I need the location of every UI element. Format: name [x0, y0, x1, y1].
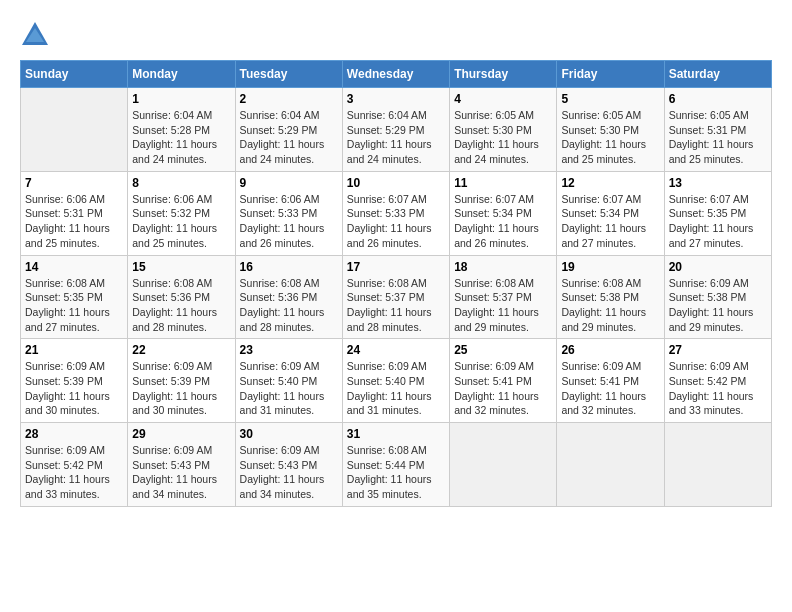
calendar-cell: 27Sunrise: 6:09 AMSunset: 5:42 PMDayligh… [664, 339, 771, 423]
logo [20, 20, 54, 50]
day-info: Sunrise: 6:09 AMSunset: 5:40 PMDaylight:… [240, 359, 338, 418]
day-number: 21 [25, 343, 123, 357]
calendar-cell: 14Sunrise: 6:08 AMSunset: 5:35 PMDayligh… [21, 255, 128, 339]
calendar-cell: 20Sunrise: 6:09 AMSunset: 5:38 PMDayligh… [664, 255, 771, 339]
calendar-cell: 2Sunrise: 6:04 AMSunset: 5:29 PMDaylight… [235, 88, 342, 172]
calendar-cell: 13Sunrise: 6:07 AMSunset: 5:35 PMDayligh… [664, 171, 771, 255]
calendar-cell: 21Sunrise: 6:09 AMSunset: 5:39 PMDayligh… [21, 339, 128, 423]
calendar-cell: 4Sunrise: 6:05 AMSunset: 5:30 PMDaylight… [450, 88, 557, 172]
calendar-cell [450, 423, 557, 507]
calendar-cell: 11Sunrise: 6:07 AMSunset: 5:34 PMDayligh… [450, 171, 557, 255]
day-info: Sunrise: 6:08 AMSunset: 5:36 PMDaylight:… [240, 276, 338, 335]
calendar-cell: 17Sunrise: 6:08 AMSunset: 5:37 PMDayligh… [342, 255, 449, 339]
day-info: Sunrise: 6:08 AMSunset: 5:37 PMDaylight:… [454, 276, 552, 335]
day-number: 7 [25, 176, 123, 190]
day-info: Sunrise: 6:09 AMSunset: 5:43 PMDaylight:… [240, 443, 338, 502]
day-info: Sunrise: 6:04 AMSunset: 5:29 PMDaylight:… [240, 108, 338, 167]
day-number: 5 [561, 92, 659, 106]
day-info: Sunrise: 6:04 AMSunset: 5:29 PMDaylight:… [347, 108, 445, 167]
day-number: 20 [669, 260, 767, 274]
header-day: Sunday [21, 61, 128, 88]
day-number: 1 [132, 92, 230, 106]
header-day: Friday [557, 61, 664, 88]
day-info: Sunrise: 6:09 AMSunset: 5:43 PMDaylight:… [132, 443, 230, 502]
calendar-week-row: 21Sunrise: 6:09 AMSunset: 5:39 PMDayligh… [21, 339, 772, 423]
day-info: Sunrise: 6:08 AMSunset: 5:35 PMDaylight:… [25, 276, 123, 335]
calendar-cell: 19Sunrise: 6:08 AMSunset: 5:38 PMDayligh… [557, 255, 664, 339]
day-number: 27 [669, 343, 767, 357]
day-info: Sunrise: 6:09 AMSunset: 5:42 PMDaylight:… [25, 443, 123, 502]
day-info: Sunrise: 6:06 AMSunset: 5:32 PMDaylight:… [132, 192, 230, 251]
day-number: 3 [347, 92, 445, 106]
calendar-cell: 7Sunrise: 6:06 AMSunset: 5:31 PMDaylight… [21, 171, 128, 255]
calendar-cell: 3Sunrise: 6:04 AMSunset: 5:29 PMDaylight… [342, 88, 449, 172]
day-number: 4 [454, 92, 552, 106]
day-info: Sunrise: 6:04 AMSunset: 5:28 PMDaylight:… [132, 108, 230, 167]
day-info: Sunrise: 6:05 AMSunset: 5:30 PMDaylight:… [561, 108, 659, 167]
header-day: Saturday [664, 61, 771, 88]
header-day: Monday [128, 61, 235, 88]
calendar-cell: 10Sunrise: 6:07 AMSunset: 5:33 PMDayligh… [342, 171, 449, 255]
day-info: Sunrise: 6:09 AMSunset: 5:40 PMDaylight:… [347, 359, 445, 418]
calendar-cell: 30Sunrise: 6:09 AMSunset: 5:43 PMDayligh… [235, 423, 342, 507]
calendar-cell [557, 423, 664, 507]
day-info: Sunrise: 6:06 AMSunset: 5:31 PMDaylight:… [25, 192, 123, 251]
day-info: Sunrise: 6:06 AMSunset: 5:33 PMDaylight:… [240, 192, 338, 251]
calendar-cell: 26Sunrise: 6:09 AMSunset: 5:41 PMDayligh… [557, 339, 664, 423]
calendar-cell: 18Sunrise: 6:08 AMSunset: 5:37 PMDayligh… [450, 255, 557, 339]
calendar-cell [664, 423, 771, 507]
day-number: 2 [240, 92, 338, 106]
logo-icon [20, 20, 50, 50]
day-info: Sunrise: 6:07 AMSunset: 5:34 PMDaylight:… [454, 192, 552, 251]
day-info: Sunrise: 6:09 AMSunset: 5:41 PMDaylight:… [454, 359, 552, 418]
calendar-cell: 12Sunrise: 6:07 AMSunset: 5:34 PMDayligh… [557, 171, 664, 255]
calendar-cell: 1Sunrise: 6:04 AMSunset: 5:28 PMDaylight… [128, 88, 235, 172]
calendar-cell: 31Sunrise: 6:08 AMSunset: 5:44 PMDayligh… [342, 423, 449, 507]
day-number: 25 [454, 343, 552, 357]
calendar-cell [21, 88, 128, 172]
calendar-body: 1Sunrise: 6:04 AMSunset: 5:28 PMDaylight… [21, 88, 772, 507]
page-header [20, 20, 772, 50]
day-number: 31 [347, 427, 445, 441]
day-info: Sunrise: 6:05 AMSunset: 5:31 PMDaylight:… [669, 108, 767, 167]
day-info: Sunrise: 6:09 AMSunset: 5:41 PMDaylight:… [561, 359, 659, 418]
calendar-cell: 28Sunrise: 6:09 AMSunset: 5:42 PMDayligh… [21, 423, 128, 507]
calendar-cell: 6Sunrise: 6:05 AMSunset: 5:31 PMDaylight… [664, 88, 771, 172]
day-info: Sunrise: 6:08 AMSunset: 5:36 PMDaylight:… [132, 276, 230, 335]
day-number: 12 [561, 176, 659, 190]
calendar-cell: 29Sunrise: 6:09 AMSunset: 5:43 PMDayligh… [128, 423, 235, 507]
day-number: 17 [347, 260, 445, 274]
calendar-cell: 15Sunrise: 6:08 AMSunset: 5:36 PMDayligh… [128, 255, 235, 339]
day-info: Sunrise: 6:09 AMSunset: 5:38 PMDaylight:… [669, 276, 767, 335]
header-day: Tuesday [235, 61, 342, 88]
day-number: 24 [347, 343, 445, 357]
calendar-header: SundayMondayTuesdayWednesdayThursdayFrid… [21, 61, 772, 88]
day-info: Sunrise: 6:08 AMSunset: 5:38 PMDaylight:… [561, 276, 659, 335]
calendar-cell: 8Sunrise: 6:06 AMSunset: 5:32 PMDaylight… [128, 171, 235, 255]
calendar-week-row: 1Sunrise: 6:04 AMSunset: 5:28 PMDaylight… [21, 88, 772, 172]
calendar-cell: 9Sunrise: 6:06 AMSunset: 5:33 PMDaylight… [235, 171, 342, 255]
day-number: 23 [240, 343, 338, 357]
header-row: SundayMondayTuesdayWednesdayThursdayFrid… [21, 61, 772, 88]
calendar-table: SundayMondayTuesdayWednesdayThursdayFrid… [20, 60, 772, 507]
calendar-cell: 24Sunrise: 6:09 AMSunset: 5:40 PMDayligh… [342, 339, 449, 423]
day-number: 15 [132, 260, 230, 274]
day-info: Sunrise: 6:09 AMSunset: 5:39 PMDaylight:… [25, 359, 123, 418]
day-number: 26 [561, 343, 659, 357]
day-number: 28 [25, 427, 123, 441]
header-day: Thursday [450, 61, 557, 88]
day-number: 6 [669, 92, 767, 106]
day-info: Sunrise: 6:07 AMSunset: 5:33 PMDaylight:… [347, 192, 445, 251]
day-number: 9 [240, 176, 338, 190]
day-number: 11 [454, 176, 552, 190]
calendar-cell: 22Sunrise: 6:09 AMSunset: 5:39 PMDayligh… [128, 339, 235, 423]
calendar-week-row: 28Sunrise: 6:09 AMSunset: 5:42 PMDayligh… [21, 423, 772, 507]
calendar-cell: 25Sunrise: 6:09 AMSunset: 5:41 PMDayligh… [450, 339, 557, 423]
day-info: Sunrise: 6:05 AMSunset: 5:30 PMDaylight:… [454, 108, 552, 167]
day-info: Sunrise: 6:07 AMSunset: 5:34 PMDaylight:… [561, 192, 659, 251]
day-number: 18 [454, 260, 552, 274]
calendar-cell: 16Sunrise: 6:08 AMSunset: 5:36 PMDayligh… [235, 255, 342, 339]
day-number: 8 [132, 176, 230, 190]
calendar-cell: 23Sunrise: 6:09 AMSunset: 5:40 PMDayligh… [235, 339, 342, 423]
day-info: Sunrise: 6:09 AMSunset: 5:42 PMDaylight:… [669, 359, 767, 418]
